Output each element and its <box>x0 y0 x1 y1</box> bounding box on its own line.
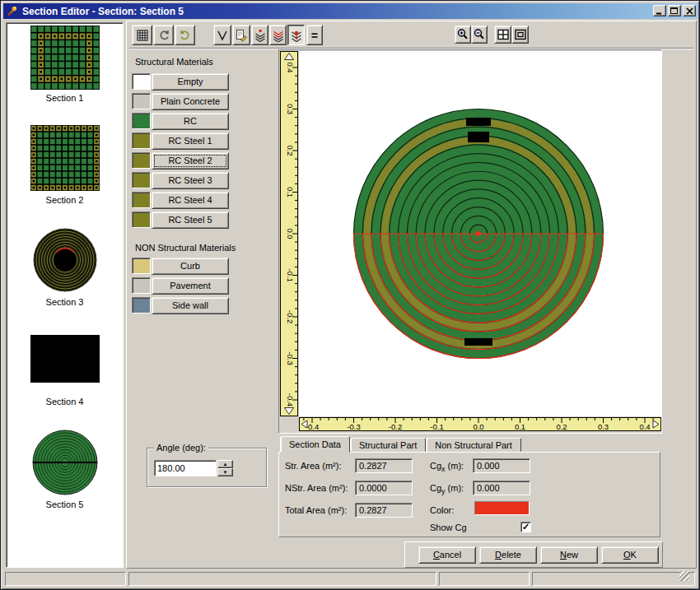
show-cg-label: Show Cg <box>430 523 467 532</box>
material-button-pavement[interactable]: Pavement <box>152 277 229 295</box>
material-swatch-rc-steel-4 <box>132 192 151 208</box>
tab-non-structural-part[interactable]: Non Structural Part <box>426 438 521 452</box>
close-icon <box>686 7 693 15</box>
section-label: Section 5 <box>7 499 123 509</box>
section-1-thumbnail <box>30 26 100 90</box>
total-area-value: 0.2827 <box>355 503 413 518</box>
material-button-side-wall[interactable]: Side wall <box>152 297 229 314</box>
new-button[interactable]: New <box>540 546 598 564</box>
ruler-corner <box>280 417 298 431</box>
non-structural-materials-title: NON Structural Materials <box>135 243 236 253</box>
svg-text:0.3: 0.3 <box>598 422 609 431</box>
edit-document-icon <box>235 29 248 42</box>
svg-text:0.4: 0.4 <box>639 422 650 431</box>
maximize-icon <box>670 7 679 15</box>
material-button-rc-steel-5[interactable]: RC Steel 5 <box>152 211 229 229</box>
material-button-rc-steel-4[interactable]: RC Steel 4 <box>152 192 229 209</box>
cgx-value: 0.000 <box>473 458 530 473</box>
material-button-empty[interactable]: Empty <box>152 73 229 91</box>
section-list-item[interactable]: Section 3 <box>7 226 123 309</box>
maximize-button[interactable] <box>668 5 681 16</box>
angle-input[interactable] <box>154 460 217 476</box>
section-color-swatch[interactable] <box>474 501 530 515</box>
redo-icon <box>179 29 192 42</box>
material-button-rc[interactable]: RC <box>152 113 229 130</box>
fit-window-icon <box>514 28 527 41</box>
material-button-rc-steel-1[interactable]: RC Steel 1 <box>152 132 229 150</box>
section-canvas-block: 0.40.30.20.10.0-0.1-0.2-0.3-0.4 -0.4-0.3… <box>278 49 662 434</box>
cancel-button[interactable]: Cancel <box>418 546 476 564</box>
assign-material-button[interactable] <box>232 25 250 45</box>
section-list-item[interactable]: Section 1 <box>7 23 123 105</box>
statusbar-panel-2 <box>128 572 436 586</box>
zoom-in-button[interactable] <box>455 26 471 44</box>
horizontal-ruler: -0.4-0.3-0.2-0.10.00.10.20.30.4 <box>299 417 661 431</box>
material-swatch-empty <box>132 73 151 90</box>
svg-text:0.0: 0.0 <box>473 422 483 431</box>
svg-text:-0.4: -0.4 <box>286 393 295 406</box>
svg-text:-0.1: -0.1 <box>286 268 295 281</box>
layers-drop-button[interactable] <box>287 25 305 45</box>
grid-toggle-button[interactable] <box>132 25 152 45</box>
svg-text:-0.3: -0.3 <box>286 351 295 365</box>
layers-red-button[interactable] <box>269 25 287 45</box>
section-drawing-canvas[interactable] <box>299 51 661 416</box>
material-swatch-rc-steel-3 <box>132 172 151 188</box>
spinner-up-button[interactable]: ▲ <box>217 460 233 468</box>
section-list[interactable]: Section 1 Section 2 Section 3 Section 4 … <box>6 22 124 568</box>
delete-button[interactable]: Delete <box>479 546 537 564</box>
redo-button[interactable] <box>175 25 195 45</box>
close-button[interactable] <box>683 5 696 16</box>
material-button-rc-steel-2[interactable]: RC Steel 2 <box>152 152 229 170</box>
material-swatch-curb <box>132 258 151 274</box>
zoom-fit-button[interactable] <box>511 26 529 44</box>
statusbar-panel-1 <box>5 572 126 586</box>
tab-section-data[interactable]: Section Data <box>280 436 350 453</box>
data-tabs: Section Data Structural Part Non Structu… <box>280 436 521 452</box>
layers-dot-button[interactable] <box>251 25 268 45</box>
zoom-in-icon <box>456 28 469 41</box>
tab-structural-part[interactable]: Structural Part <box>350 438 426 452</box>
titlebar[interactable]: Section Editor - Section: Section 5 <box>3 3 698 19</box>
waves-red-icon <box>272 29 285 42</box>
svg-text:0.1: 0.1 <box>515 422 525 431</box>
nstr-area-label: NStr. Area (m²): <box>285 483 348 493</box>
minimize-icon <box>656 7 664 15</box>
waves-dot-icon <box>254 29 267 42</box>
section-list-item[interactable]: Section 5 <box>7 428 123 510</box>
material-swatch-pavement <box>132 277 151 294</box>
svg-text:-0.3: -0.3 <box>347 422 360 431</box>
zoom-out-icon <box>473 28 486 41</box>
equals-icon <box>308 29 321 42</box>
material-swatch-rc-steel-2 <box>132 152 151 169</box>
zoom-grid-button[interactable] <box>494 26 511 44</box>
cgx-label: Cgx (m): <box>430 461 464 473</box>
material-button-rc-steel-3[interactable]: RC Steel 3 <box>152 172 229 189</box>
total-area-label: Total Area (m²): <box>285 505 347 515</box>
svg-text:0.2: 0.2 <box>556 422 567 431</box>
resize-grip[interactable] <box>679 571 689 581</box>
app-icon <box>6 5 19 17</box>
spinner-down-button[interactable]: ▼ <box>217 468 233 476</box>
svg-text:0.0: 0.0 <box>286 228 295 239</box>
str-area-value: 0.2827 <box>355 458 413 473</box>
section-list-item[interactable]: Section 2 <box>7 123 123 206</box>
section-list-item[interactable]: Section 4 <box>7 333 123 407</box>
svg-text:-0.2: -0.2 <box>389 422 402 431</box>
grid-icon <box>136 29 149 42</box>
minimize-button[interactable] <box>653 5 666 16</box>
material-swatch-rc-steel-1 <box>132 132 151 149</box>
material-button-curb[interactable]: Curb <box>152 258 229 275</box>
verify-button[interactable] <box>213 25 231 45</box>
zoom-out-button[interactable] <box>471 26 488 44</box>
vertical-ruler: 0.40.30.20.10.0-0.1-0.2-0.3-0.4 <box>280 51 298 416</box>
undo-button[interactable] <box>153 25 174 45</box>
cgy-value: 0.000 <box>473 481 530 495</box>
show-cg-checkbox[interactable]: ✓ <box>520 522 531 532</box>
material-button-plain-concrete[interactable]: Plain Concrete <box>152 93 229 110</box>
angle-spinner[interactable]: ▲ ▼ <box>217 460 233 476</box>
section-2-thumbnail <box>30 125 100 191</box>
section-4-thumbnail <box>30 335 100 383</box>
ok-button[interactable]: OK <box>601 546 659 564</box>
equals-button[interactable] <box>306 25 323 45</box>
